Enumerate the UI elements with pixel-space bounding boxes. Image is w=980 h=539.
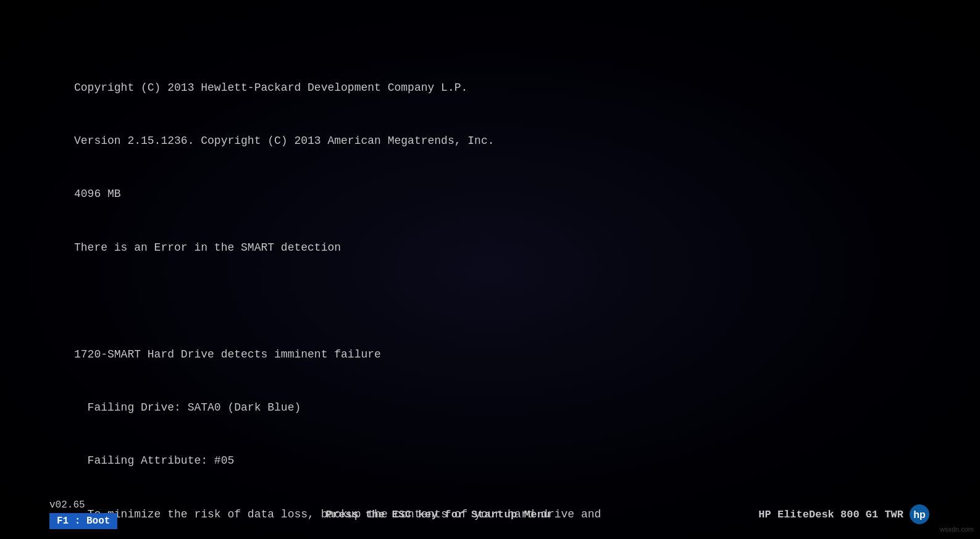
bottom-left-section: v02.65 F1 : Boot [49, 499, 117, 529]
memory-line: 4096 MB [74, 185, 906, 203]
bios-screen: Copyright (C) 2013 Hewlett-Packard Devel… [0, 0, 980, 539]
smart-error-line: There is an Error in the SMART detection [74, 239, 906, 257]
bottom-bar: v02.65 F1 : Boot Press the ESC key for S… [0, 490, 980, 539]
f1-boot-button[interactable]: F1 : Boot [49, 513, 117, 529]
bios-messages: Copyright (C) 2013 Hewlett-Packard Devel… [74, 43, 906, 539]
bios-version: v02.65 [49, 499, 117, 511]
hp-model-label: HP EliteDesk 800 G1 TWR [758, 509, 903, 520]
failing-drive-line: Failing Drive: SATA0 (Dark Blue) [74, 399, 906, 417]
hp-logo-icon: hp [908, 503, 931, 525]
copyright-line2: Version 2.15.1236. Copyright (C) 2013 Am… [74, 132, 906, 150]
bottom-right-section: HP EliteDesk 800 G1 TWR hp [758, 503, 931, 525]
esc-startup-message: Press the ESC key for Startup Menu [325, 509, 550, 520]
svg-text:hp: hp [913, 509, 926, 520]
smart-warning-line: 1720-SMART Hard Drive detects imminent f… [74, 346, 906, 364]
bottom-center-section: Press the ESC key for Startup Menu [117, 509, 758, 520]
failing-attr-line: Failing Attribute: #05 [74, 452, 906, 470]
copyright-line1: Copyright (C) 2013 Hewlett-Packard Devel… [74, 79, 906, 97]
bios-content: Copyright (C) 2013 Hewlett-Packard Devel… [74, 25, 906, 539]
site-watermark: wsxdn.com [940, 525, 974, 533]
